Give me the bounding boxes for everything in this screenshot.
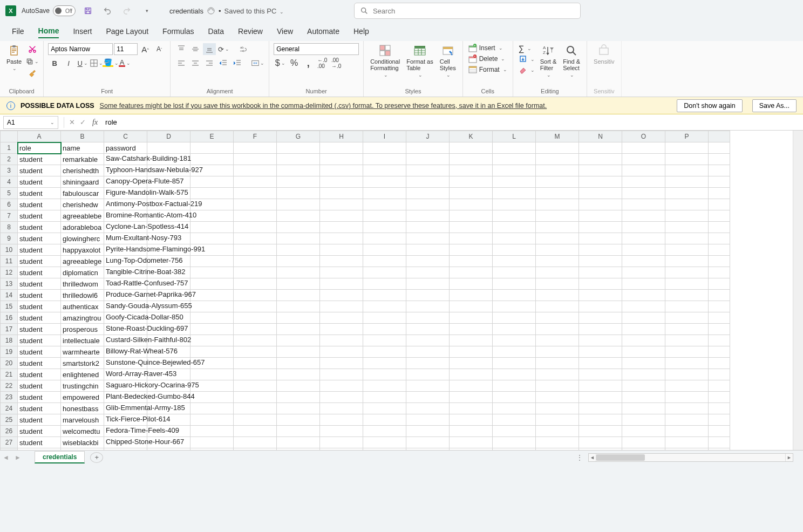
cell-B26[interactable]: welcomedtu [61,426,104,437]
enter-formula-icon[interactable]: ✓ [77,118,88,126]
cell-F10[interactable] [234,244,277,256]
cell-P17[interactable] [665,324,709,335]
cell-H20[interactable] [320,358,363,369]
copy-button[interactable]: ⌄ [26,56,39,67]
cell-A15[interactable]: student [18,301,61,312]
cell-J18[interactable] [406,335,450,346]
cell-G2[interactable] [277,154,320,165]
tab-home[interactable]: Home [38,24,59,38]
cell-H8[interactable] [320,222,363,233]
cell-P27[interactable] [665,437,709,448]
cell-C3[interactable]: Typhoon-Handsaw-Nebula-927 [104,165,147,176]
cell-I8[interactable] [363,222,406,233]
cell-P2[interactable] [665,154,709,165]
cell-H28[interactable] [320,448,363,451]
col-header-P[interactable]: P [665,131,709,142]
cell-O1[interactable] [622,142,665,154]
row-header-18[interactable]: 18 [1,335,18,346]
cell-I21[interactable] [363,369,406,380]
cell-E7[interactable] [190,210,234,222]
cell-A28[interactable]: student [18,448,61,451]
cell-G19[interactable] [277,346,320,358]
cell-G22[interactable] [277,380,320,392]
cell-I12[interactable] [363,267,406,278]
cell-K9[interactable] [450,233,493,244]
tab-automate[interactable]: Automate [307,25,339,38]
cell-L22[interactable] [493,380,536,392]
cell-A9[interactable]: student [18,233,61,244]
qat-customize-icon[interactable]: ▾ [139,4,153,18]
cell-K6[interactable] [450,199,493,210]
col-header-C[interactable]: C [104,131,147,142]
cell-N19[interactable] [579,346,622,358]
cell-H23[interactable] [320,392,363,403]
cell-H26[interactable] [320,426,363,437]
select-all-corner[interactable] [1,131,18,142]
autosave-toggle[interactable]: AutoSave Off [22,5,76,16]
cell-N27[interactable] [579,437,622,448]
cell-C6[interactable]: Antimony-Postbox-Factual-219 [104,199,147,210]
cell-G20[interactable] [277,358,320,369]
fill-button[interactable]: ⌄ [518,54,536,64]
cell-A16[interactable]: student [18,312,61,324]
cell-M12[interactable] [536,267,579,278]
row-header-28[interactable]: 28 [1,448,18,451]
cell-L20[interactable] [493,358,536,369]
cell-K21[interactable] [450,369,493,380]
scroll-left-icon[interactable]: ◄ [589,454,596,461]
cell-L18[interactable] [493,335,536,346]
tab-view[interactable]: View [277,25,293,38]
cell-C2[interactable]: Saw-Catshark-Building-181 [104,154,147,165]
cell-I24[interactable] [363,403,406,414]
cell-I25[interactable] [363,414,406,426]
cell-K3[interactable] [450,165,493,176]
cell-F4[interactable] [234,176,277,188]
row-header-26[interactable]: 26 [1,426,18,437]
cell-L23[interactable] [493,392,536,403]
cell-E4[interactable] [190,176,234,188]
cell-I15[interactable] [363,301,406,312]
cell-G4[interactable] [277,176,320,188]
cell-G14[interactable] [277,290,320,301]
cell-I20[interactable] [363,358,406,369]
col-header-G[interactable]: G [277,131,320,142]
save-icon[interactable] [81,4,95,18]
cell-A25[interactable]: student [18,414,61,426]
cell-O26[interactable] [622,426,665,437]
find-select-button[interactable]: Find & Select⌄ [561,43,582,79]
tab-review[interactable]: Review [238,25,263,38]
cell-M20[interactable] [536,358,579,369]
cell-M26[interactable] [536,426,579,437]
cell-M3[interactable] [536,165,579,176]
cell-J28[interactable] [406,448,450,451]
scroll-thumb[interactable] [596,454,645,461]
cell-L7[interactable] [493,210,536,222]
cell-A21[interactable]: student [18,369,61,380]
autosum-button[interactable]: ∑⌄ [518,43,536,53]
cell-K19[interactable] [450,346,493,358]
cell-L26[interactable] [493,426,536,437]
row-header-19[interactable]: 19 [1,346,18,358]
cell-K12[interactable] [450,267,493,278]
row-header-4[interactable]: 4 [1,176,18,188]
cell-O10[interactable] [622,244,665,256]
cell-E1[interactable] [190,142,234,154]
sheet-nav-prev[interactable]: ◄ [0,454,12,461]
cell-E11[interactable] [190,256,234,267]
cell-O4[interactable] [622,176,665,188]
cell-M4[interactable] [536,176,579,188]
sort-filter-button[interactable]: AZ Sort & Filter⌄ [538,43,559,79]
row-header-13[interactable]: 13 [1,278,18,290]
cell-N15[interactable] [579,301,622,312]
cell-A1[interactable]: role [18,142,61,154]
cell-M19[interactable] [536,346,579,358]
cell-K20[interactable] [450,358,493,369]
cell-N9[interactable] [579,233,622,244]
cell-J16[interactable] [406,312,450,324]
cell-N18[interactable] [579,335,622,346]
cell-H17[interactable] [320,324,363,335]
cell-N22[interactable] [579,380,622,392]
save-as-button[interactable]: Save As... [752,99,797,112]
cell-K15[interactable] [450,301,493,312]
cell-I22[interactable] [363,380,406,392]
